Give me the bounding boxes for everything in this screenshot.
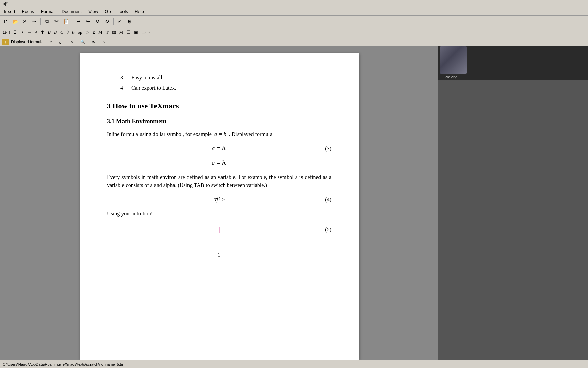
menu-view[interactable]: View	[86, 8, 101, 15]
list-num-4: 4.	[120, 84, 127, 92]
menu-go[interactable]: Go	[102, 8, 113, 15]
toolbar: 🗋 📂 ✕ ⇢ ⧉ ✄ 📋 ↩ ↪ ↺ ↻ ✓ ⊕	[0, 16, 588, 27]
right-panel: Ziqiang Li	[438, 46, 588, 360]
formula-4-number: (4)	[325, 196, 331, 204]
context-question-btn[interactable]: ¿□	[56, 37, 65, 46]
inline-formula: a = b	[214, 131, 226, 137]
sym-fraktur-b[interactable]: b	[71, 29, 76, 36]
sym-M[interactable]: M	[97, 29, 104, 36]
status-bar: C:\Users\Haggi\AppData\Roaming\TeXmacs\t…	[0, 360, 588, 368]
body-para-3: Using your intuition!	[107, 210, 331, 218]
formula-3-content: a = b.	[212, 144, 227, 153]
menu-help[interactable]: Help	[132, 8, 147, 15]
context-label: Displayed formula	[11, 40, 44, 44]
document-page[interactable]: 3. Easy to install. 4. Can export to Lat…	[80, 53, 359, 360]
list-num-3: 3.	[120, 74, 127, 82]
list-text-3: Easy to install.	[131, 74, 164, 82]
sym-italic-B[interactable]: B	[53, 29, 58, 36]
body-para-2: Every symbols in math environ are define…	[107, 173, 331, 189]
undo2-button[interactable]: ↺	[93, 17, 102, 26]
context-box-btn[interactable]: □▿	[46, 37, 54, 46]
para1-text: Inline formula using dollar symbol, for …	[107, 131, 212, 137]
sym-italic-C[interactable]: C	[59, 29, 65, 36]
go-button[interactable]: ⊕	[125, 17, 134, 26]
sym-M2[interactable]: M	[118, 29, 125, 36]
para3-text: Using your intuition!	[107, 211, 153, 216]
spellcheck-button[interactable]: ✓	[115, 17, 124, 26]
list-text-4: Can export to Latex.	[131, 84, 176, 92]
sym-small-box[interactable]: ▫	[148, 29, 152, 36]
main-area: 3. Easy to install. 4. Can export to Lat…	[0, 46, 588, 360]
export-button[interactable]: ⇢	[30, 17, 39, 26]
new-button[interactable]: 🗋	[1, 17, 10, 26]
sym-op[interactable]: op	[77, 29, 84, 36]
sym-filled-box[interactable]: ▣	[133, 29, 140, 36]
toolbar-sep-2	[72, 18, 72, 25]
sym-exists[interactable]: ∃	[12, 29, 18, 36]
right-panel-top: Ziqiang Li	[438, 46, 588, 80]
formula-3-number: (3)	[325, 144, 331, 153]
sym-diamond[interactable]: ◇	[84, 29, 91, 36]
sym-omega[interactable]: Ω{}	[1, 29, 12, 36]
sym-table[interactable]: ▦	[111, 29, 117, 36]
sym-T[interactable]: T	[104, 29, 110, 36]
math-symbol-toolbar: Ω{} ∃ ↦ → ≠ ✝ B B C ∂ b op ◇ Σ M T ▦ M ☐…	[0, 27, 588, 37]
context-help-btn[interactable]: ?	[100, 37, 109, 46]
menu-document[interactable]: Document	[59, 8, 84, 15]
context-view-btn[interactable]: 👁	[89, 37, 98, 46]
formula-icon: ∫	[2, 39, 9, 45]
context-close-btn[interactable]: ✕	[67, 37, 76, 46]
context-bar: ∫ Displayed formula □▿ ¿□ ✕ 🔍 👁 ?	[0, 37, 588, 46]
formula-3: a = b. (3)	[107, 144, 331, 153]
user-avatar	[440, 46, 467, 74]
subsection-31-heading: 3.1 Math Environment	[107, 117, 331, 126]
para2-text: Every symbols in math environ are define…	[107, 174, 331, 188]
page-number: 1	[107, 251, 331, 259]
sym-rect[interactable]: ▭	[140, 29, 147, 36]
title-text: 5]*	[3, 1, 8, 6]
close-button[interactable]: ✕	[20, 17, 29, 26]
sym-dagger[interactable]: ✝	[39, 29, 46, 36]
title-bar: 5]*	[0, 0, 588, 7]
status-path: C:\Users\Haggi\AppData\Roaming\TeXmacs\t…	[3, 362, 124, 366]
user-label: Ziqiang Li	[445, 75, 461, 79]
toolbar-sep-3	[113, 18, 114, 25]
formula-3b-content: a = b.	[212, 158, 227, 168]
menu-focus[interactable]: Focus	[19, 8, 37, 15]
cut-button[interactable]: ✄	[52, 17, 61, 26]
list-item-4: 4. Can export to Latex.	[107, 84, 331, 92]
toolbar-sep-1	[40, 18, 41, 25]
paste-button[interactable]: 📋	[62, 17, 70, 26]
sym-sigma[interactable]: Σ	[91, 29, 97, 36]
formula-5-container: (5)	[107, 222, 331, 237]
menu-format[interactable]: Format	[38, 8, 58, 15]
formula-3b: a = b.	[107, 158, 331, 168]
formula-5-number: (5)	[325, 226, 331, 234]
open-button[interactable]: 📂	[11, 17, 20, 26]
formula-4: αβ ≥ (4)	[107, 195, 331, 204]
document-container[interactable]: 3. Easy to install. 4. Can export to Lat…	[0, 46, 438, 360]
context-search-btn[interactable]: 🔍	[78, 37, 87, 46]
undo-button[interactable]: ↩	[74, 17, 83, 26]
copy-button[interactable]: ⧉	[43, 17, 51, 26]
formula-4-content: αβ ≥	[214, 195, 225, 204]
menu-tools[interactable]: Tools	[115, 8, 131, 15]
sym-arrow[interactable]: →	[26, 29, 33, 36]
redo-button[interactable]: ↪	[84, 17, 93, 26]
section-3-heading: 3 How to use TeXmacs	[107, 100, 331, 111]
formula-5-input[interactable]	[107, 222, 331, 237]
sym-bold-B[interactable]: B	[46, 29, 52, 36]
body-para-1: Inline formula using dollar symbol, for …	[107, 130, 331, 138]
menu-bar: Insert Focus Format Document View Go Too…	[0, 7, 588, 16]
sym-partial[interactable]: ∂	[65, 29, 70, 36]
sym-mapsto[interactable]: ↦	[18, 29, 25, 36]
list-item-3: 3. Easy to install.	[107, 74, 331, 82]
sym-neq[interactable]: ≠	[33, 29, 38, 36]
para1-cont: . Displayed formula	[229, 131, 273, 137]
sym-box[interactable]: ☐	[125, 29, 132, 36]
redo2-button[interactable]: ↻	[103, 17, 112, 26]
menu-insert[interactable]: Insert	[1, 8, 18, 15]
